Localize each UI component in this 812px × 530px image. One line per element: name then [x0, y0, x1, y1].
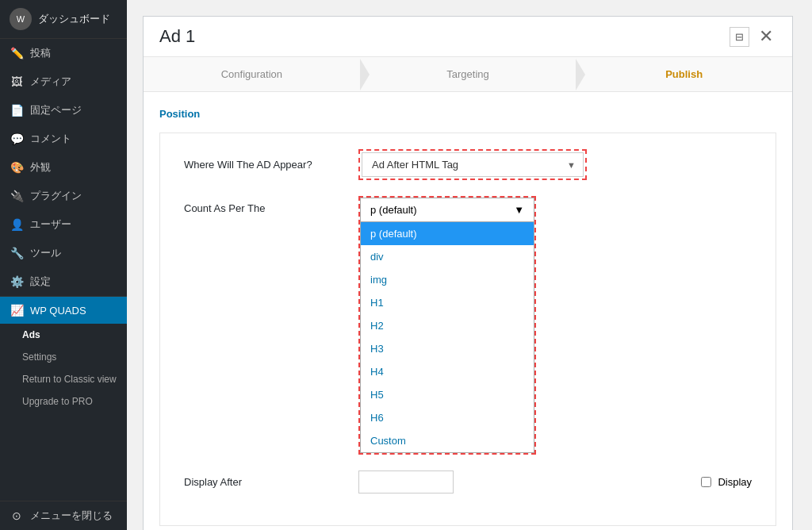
- wp-quads-section: 📈 WP QUADS Ads Settings Return to Classi…: [0, 296, 127, 413]
- panel-header: Ad 1 ⊟ ✕: [144, 17, 792, 57]
- dropdown-option-div[interactable]: div: [361, 245, 534, 268]
- sidebar-item-wpquads[interactable]: 📈 WP QUADS: [0, 297, 127, 324]
- sidebar-item-comments[interactable]: 💬 コメント: [0, 125, 127, 153]
- wizard-step-publish[interactable]: Publish: [576, 57, 792, 91]
- main-content: Ad 1 ⊟ ✕ Configuration Targeting Publish…: [127, 0, 812, 530]
- sidebar-item-posts[interactable]: ✏️ 投稿: [0, 39, 127, 67]
- sidebar-item-pages[interactable]: 📄 固定ページ: [0, 96, 127, 125]
- sidebar-item-plugins[interactable]: 🔌 プラグイン: [0, 182, 127, 210]
- display-checkbox[interactable]: [701, 477, 711, 487]
- sidebar-item-label: 設定: [30, 275, 51, 289]
- wizard-steps: Configuration Targeting Publish: [144, 57, 792, 92]
- plugins-icon: 🔌: [10, 190, 24, 202]
- sidebar-item-label: 外観: [30, 160, 51, 175]
- display-after-label: Display After: [184, 476, 343, 488]
- display-after-input[interactable]: [358, 470, 454, 494]
- dropdown-option-h6[interactable]: H6: [361, 406, 534, 429]
- dropdown-option-h3[interactable]: H3: [361, 337, 534, 360]
- close-menu-label: メニューを閉じる: [30, 509, 113, 523]
- sidebar-item-label: ツール: [30, 246, 61, 260]
- count-dropdown-header[interactable]: p (default) ▼: [360, 198, 534, 222]
- sidebar-sub-item-upgrade[interactable]: Upgrade to PRO: [0, 390, 127, 413]
- position-section-label: Position: [159, 108, 776, 120]
- sidebar-dashboard-label: ダッシュボード: [38, 12, 110, 26]
- settings-icon: ⚙️: [10, 275, 24, 288]
- pages-icon: 📄: [10, 104, 24, 117]
- sidebar-logo[interactable]: W ダッシュボード: [0, 0, 127, 39]
- panel-icon-button[interactable]: ⊟: [730, 27, 749, 47]
- panel-close-button[interactable]: ✕: [756, 26, 776, 47]
- appearance-icon: 🎨: [10, 161, 24, 174]
- sidebar: W ダッシュボード ✏️ 投稿 🖼 メディア 📄 固定ページ 💬 コメント 🎨 …: [0, 0, 127, 530]
- sidebar-item-label: メディア: [30, 75, 71, 89]
- display-after-row: Display After Display: [184, 470, 752, 494]
- sidebar-item-label: コメント: [30, 132, 71, 146]
- dropdown-option-h1[interactable]: H1: [361, 291, 534, 314]
- sidebar-sub-item-classic[interactable]: Return to Classic view: [0, 368, 127, 390]
- display-after-control: [358, 470, 669, 494]
- sidebar-item-label: 固定ページ: [30, 103, 82, 117]
- panel-body: Position Where Will The AD Appear? Ad Af…: [144, 92, 792, 530]
- sidebar-item-label: 投稿: [30, 46, 51, 60]
- where-appear-dropdown[interactable]: Ad After HTML Tag ▼: [362, 152, 584, 177]
- tools-icon: 🔧: [10, 247, 24, 259]
- sidebar-item-label: WP QUADS: [30, 305, 86, 317]
- sidebar-item-tools[interactable]: 🔧 ツール: [0, 239, 127, 267]
- display-checkbox-row: Display: [701, 476, 752, 488]
- wizard-step-label: Targeting: [446, 68, 488, 80]
- sidebar-item-label: プラグイン: [30, 189, 82, 203]
- sidebar-item-settings[interactable]: ⚙️ 設定: [0, 267, 127, 296]
- grid-icon: ⊟: [735, 31, 744, 43]
- dropdown-option-p-default[interactable]: p (default): [361, 222, 534, 245]
- wizard-step-targeting[interactable]: Targeting: [360, 57, 576, 91]
- sidebar-item-users[interactable]: 👤 ユーザー: [0, 210, 127, 239]
- dashboard-icon: W: [10, 8, 32, 30]
- dropdown-option-h2[interactable]: H2: [361, 314, 534, 337]
- count-as-per-row: Count As Per The p (default) ▼ p (defaul…: [184, 196, 752, 455]
- dropdown-option-img[interactable]: img: [361, 268, 534, 291]
- chevron-down-icon: ▼: [514, 204, 524, 216]
- wizard-step-configuration[interactable]: Configuration: [144, 57, 360, 91]
- sidebar-footer: ⊙ メニューを閉じる: [0, 501, 127, 530]
- dropdown-option-h5[interactable]: H5: [361, 383, 534, 406]
- close-menu-icon: ⊙: [10, 509, 24, 522]
- media-icon: 🖼: [10, 75, 24, 88]
- panel-title: Ad 1: [159, 26, 730, 47]
- display-label: Display: [718, 476, 752, 488]
- form-section-position: Where Will The AD Appear? Ad After HTML …: [159, 132, 776, 526]
- where-appear-dashed-border: Ad After HTML Tag ▼: [358, 149, 587, 180]
- users-icon: 👤: [10, 218, 24, 231]
- where-appear-control: Ad After HTML Tag ▼: [358, 149, 752, 180]
- where-appear-label: Where Will The AD Appear?: [184, 159, 343, 171]
- posts-icon: ✏️: [10, 47, 24, 60]
- sidebar-sub-item-ads[interactable]: Ads: [0, 324, 127, 346]
- wpquads-icon: 📈: [10, 304, 24, 317]
- dropdown-option-custom[interactable]: Custom: [361, 429, 534, 452]
- dropdown-option-h4[interactable]: H4: [361, 360, 534, 383]
- count-label: Count As Per The: [184, 202, 343, 214]
- count-dashed-border: p (default) ▼ p (default) div img H1 H2 …: [358, 196, 536, 455]
- where-appear-select[interactable]: Ad After HTML Tag: [362, 152, 584, 177]
- ad-panel: Ad 1 ⊟ ✕ Configuration Targeting Publish…: [143, 16, 793, 530]
- count-dropdown-wrapper: p (default) ▼ p (default) div img H1 H2 …: [358, 196, 720, 455]
- where-appear-row: Where Will The AD Appear? Ad After HTML …: [184, 149, 752, 180]
- wizard-step-label: Configuration: [221, 68, 282, 80]
- count-dropdown-value: p (default): [370, 204, 417, 216]
- sidebar-item-media[interactable]: 🖼 メディア: [0, 67, 127, 96]
- sidebar-item-appearance[interactable]: 🎨 外観: [0, 153, 127, 182]
- sidebar-item-label: ユーザー: [30, 217, 71, 232]
- count-dropdown-list: p (default) div img H1 H2 H3 H4 H5 H6 Cu…: [360, 222, 534, 453]
- sidebar-sub-item-settings[interactable]: Settings: [0, 346, 127, 368]
- wizard-step-label: Publish: [665, 68, 703, 80]
- comments-icon: 💬: [10, 132, 24, 145]
- sidebar-close-menu[interactable]: ⊙ メニューを閉じる: [0, 501, 127, 530]
